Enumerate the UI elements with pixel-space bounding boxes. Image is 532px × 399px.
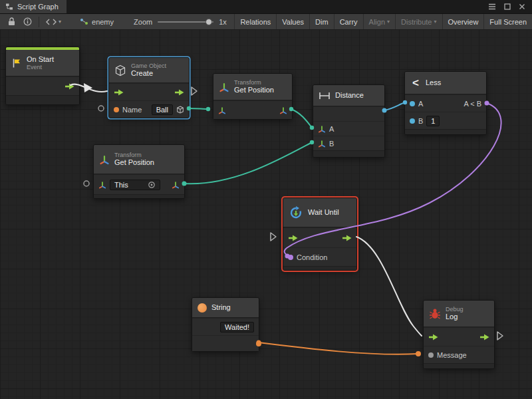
- wait-clock-icon: [289, 205, 303, 220]
- port-label: Name: [122, 106, 142, 114]
- relations-button[interactable]: Relations: [234, 14, 276, 29]
- message-port-row: Message: [424, 346, 494, 363]
- less-than-icon: <: [410, 76, 421, 90]
- node-title: Less: [426, 78, 441, 87]
- node-subtitle: Event: [27, 64, 54, 70]
- values-button[interactable]: Values: [276, 14, 309, 29]
- overview-button[interactable]: Overview: [442, 14, 484, 29]
- wire-getposition-to-distance-a[interactable]: [291, 109, 312, 128]
- flag-icon: [11, 58, 22, 68]
- node-footer: [94, 194, 184, 198]
- b-value-field[interactable]: 1: [426, 116, 440, 126]
- transform-input-port-icon[interactable]: [218, 106, 226, 114]
- message-input-port[interactable]: [428, 352, 434, 358]
- flow-output-port[interactable]: [65, 83, 74, 90]
- window-close-icon[interactable]: [519, 3, 525, 10]
- window-menu-icon[interactable]: [488, 3, 496, 10]
- flow-direction-triangle-icon: [497, 332, 503, 340]
- wire-arrowhead-icon: [84, 83, 92, 92]
- window-controls: [488, 0, 532, 13]
- zoom-slider-handle[interactable]: [205, 19, 212, 25]
- node-get-position-1[interactable]: TransformGet Position: [213, 73, 293, 120]
- target-dropdown[interactable]: This: [110, 180, 160, 190]
- vector-output-port-icon[interactable]: [172, 181, 180, 189]
- node-title: String: [211, 303, 231, 312]
- toolbar-separator: [39, 17, 39, 27]
- flow-input-port[interactable]: [114, 89, 124, 96]
- node-wait-until[interactable]: Wait Until Condition: [283, 198, 357, 271]
- node-on-start-event[interactable]: On StartEvent: [5, 47, 80, 105]
- node-debug-log[interactable]: DebugLog Message: [423, 300, 495, 369]
- carry-button[interactable]: Carry: [334, 14, 363, 29]
- target-picker-icon[interactable]: [148, 181, 156, 189]
- value-port-row: This: [94, 174, 184, 194]
- port-dot[interactable]: [206, 107, 210, 111]
- flow-output-port[interactable]: [342, 235, 352, 241]
- full-screen-button[interactable]: Full Screen: [483, 14, 532, 29]
- graph-tab-icon: [5, 3, 13, 11]
- node-get-position-2[interactable]: TransformGet Position This: [93, 144, 185, 199]
- flow-port-row: [283, 227, 356, 247]
- lock-icon[interactable]: [4, 14, 19, 29]
- float-input-port[interactable]: [410, 118, 415, 124]
- unconnected-port-circle[interactable]: [84, 181, 89, 186]
- node-header: < Less: [405, 72, 486, 94]
- vector-output-port-icon[interactable]: [279, 106, 287, 114]
- port-dot[interactable]: [416, 351, 421, 356]
- graph-canvas[interactable]: On StartEvent Game ObjectCreate Name Bal…: [0, 29, 532, 399]
- node-category: Game Object: [131, 63, 166, 69]
- vector-port-icon[interactable]: [318, 125, 326, 133]
- node-header: String: [192, 298, 259, 318]
- string-value-field[interactable]: Waited!: [220, 322, 254, 332]
- wire-getposition2-to-distance-b[interactable]: [184, 142, 312, 184]
- tab-script-graph[interactable]: Script Graph: [0, 0, 66, 13]
- script-graph-asset-icon: [80, 18, 88, 25]
- float-input-port[interactable]: [410, 101, 415, 106]
- port-label: Message: [437, 351, 467, 359]
- code-view-caret: ▾: [59, 19, 61, 25]
- ruler-icon: [319, 92, 331, 100]
- wire-distance-to-less[interactable]: [384, 102, 405, 110]
- wire-waituntil-to-log[interactable]: [356, 237, 422, 336]
- node-create-game-object[interactable]: Game ObjectCreate Name Ball: [108, 57, 190, 118]
- node-header: TransformGet Position: [94, 145, 184, 174]
- flow-output-port[interactable]: [174, 89, 184, 96]
- align-button[interactable]: Align▾: [363, 14, 395, 29]
- node-string-literal[interactable]: String Waited!: [192, 297, 259, 352]
- value-port-row: [213, 100, 292, 119]
- unconnected-port-circle[interactable]: [98, 106, 104, 111]
- node-header: Game ObjectCreate: [109, 58, 189, 83]
- flow-output-port[interactable]: [479, 334, 489, 340]
- transform-input-port-icon[interactable]: [98, 181, 106, 189]
- toolbar-buttons: Relations Values Dim Carry Align▾ Distri…: [234, 14, 532, 29]
- wire-create-to-getposition[interactable]: [189, 108, 207, 109]
- node-less[interactable]: < Less A A < B B 1: [404, 71, 487, 135]
- zoom-slider[interactable]: [158, 21, 213, 23]
- boolean-input-port[interactable]: [288, 255, 293, 260]
- code-view-icon[interactable]: ▾: [42, 14, 65, 29]
- window-maximize-icon[interactable]: [504, 3, 511, 10]
- vector-input-row-b: B: [313, 136, 384, 150]
- node-distance[interactable]: Distance A B: [313, 84, 385, 158]
- node-footer: [313, 150, 384, 157]
- info-icon[interactable]: [19, 14, 36, 29]
- vector-port-icon[interactable]: [318, 140, 326, 148]
- dim-button[interactable]: Dim: [309, 14, 334, 29]
- string-input-port[interactable]: [114, 107, 119, 112]
- node-footer: [283, 266, 356, 270]
- graph-breadcrumb[interactable]: enemy: [80, 18, 114, 26]
- string-output-port[interactable]: [256, 341, 261, 346]
- game-object-output-icon[interactable]: [176, 106, 184, 114]
- name-port-row: Name Ball: [109, 100, 189, 118]
- graph-name-label: enemy: [92, 18, 114, 26]
- node-title: Log: [446, 313, 464, 321]
- flow-input-port[interactable]: [428, 334, 438, 340]
- result-port-label: A < B: [464, 100, 481, 108]
- port-label: Condition: [297, 253, 327, 261]
- name-value-field[interactable]: Ball: [152, 104, 173, 115]
- distribute-button[interactable]: Distribute▾: [395, 14, 442, 29]
- node-title: Distance: [335, 91, 364, 100]
- title-bar: Script Graph: [0, 0, 532, 14]
- wire-string-to-log-message[interactable]: [259, 342, 418, 354]
- flow-input-port[interactable]: [288, 235, 298, 241]
